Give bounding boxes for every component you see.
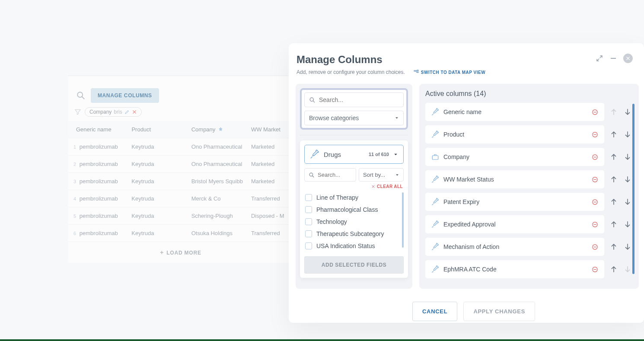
- cell-product: Keytruda: [131, 230, 191, 236]
- clear-all-link[interactable]: CLEAR ALL: [304, 184, 403, 189]
- cell-product: Keytruda: [131, 178, 191, 185]
- filter-icon[interactable]: [74, 108, 81, 115]
- sort-select[interactable]: Sort by...: [359, 168, 404, 182]
- checkbox[interactable]: [305, 230, 312, 237]
- table-row[interactable]: 6pembrolizumabKeytrudaOtsuka HoldingsTra…: [68, 225, 293, 242]
- search-icon: [309, 172, 315, 178]
- active-column-pill[interactable]: Company: [425, 148, 604, 166]
- table-row[interactable]: 1pembrolizumabKeytrudaOno Pharmaceutical…: [68, 138, 293, 156]
- move-up-button[interactable]: [609, 265, 618, 274]
- checkbox[interactable]: [305, 206, 312, 213]
- move-down-button[interactable]: [623, 198, 632, 206]
- col-header-company[interactable]: Company: [191, 126, 251, 133]
- move-up-button[interactable]: [609, 242, 618, 251]
- remove-column-icon[interactable]: [592, 154, 598, 160]
- move-up-button[interactable]: [609, 198, 618, 206]
- table-row[interactable]: 3pembrolizumabKeytrudaBristol Myers Squi…: [68, 173, 293, 190]
- field-option[interactable]: Line of Therapy: [304, 191, 400, 204]
- syringe-icon: [431, 265, 439, 273]
- chevron-down-icon: [395, 116, 399, 120]
- switch-view-link[interactable]: SWITCH TO DATA MAP VIEW: [414, 70, 485, 75]
- table-row[interactable]: 5pembrolizumabKeytrudaSchering-PloughDis…: [68, 207, 293, 225]
- checkbox[interactable]: [305, 242, 312, 249]
- modal-title: Manage Columns: [296, 54, 596, 66]
- table-row[interactable]: 4pembrolizumabKeytrudaMerck & CoTransfer…: [68, 190, 293, 207]
- cell-company: Ono Pharmaceutical: [191, 161, 251, 167]
- minimize-icon[interactable]: [609, 54, 617, 62]
- row-index: 5: [73, 214, 80, 219]
- manage-columns-modal: Manage Columns Add, remove or configure …: [289, 43, 644, 323]
- cancel-button[interactable]: CANCEL: [412, 302, 457, 321]
- field-search-input[interactable]: [319, 96, 399, 103]
- close-button[interactable]: [623, 54, 633, 63]
- add-selected-fields-button[interactable]: ADD SELECTED FIELDS: [304, 256, 404, 274]
- checkbox[interactable]: [305, 218, 312, 225]
- category-search-input[interactable]: [318, 172, 352, 178]
- move-up-button[interactable]: [609, 220, 618, 229]
- modal-subtitle: Add, remove or configure your column cho…: [296, 69, 405, 75]
- syringe-icon: [431, 175, 439, 183]
- load-more-button[interactable]: +LOAD MORE: [68, 242, 293, 263]
- active-column-row: EphMRA ATC Code: [425, 260, 632, 278]
- remove-column-icon[interactable]: [592, 109, 598, 115]
- table-row[interactable]: 2pembrolizumabKeytrudaOno Pharmaceutical…: [68, 156, 293, 173]
- active-column-pill[interactable]: Generic name: [425, 103, 604, 121]
- syringe-icon: [431, 108, 439, 116]
- move-down-button[interactable]: [623, 153, 632, 161]
- active-column-pill[interactable]: Patent Expiry: [425, 193, 604, 211]
- category-header[interactable]: Drugs 11 of 610: [304, 145, 404, 164]
- browse-categories-label: Browse categories: [309, 115, 359, 121]
- field-option[interactable]: Pharmacological Class: [304, 204, 400, 216]
- move-down-button[interactable]: [623, 130, 632, 139]
- filter-chip-value: bris: [114, 109, 122, 115]
- move-up-button[interactable]: [609, 153, 618, 161]
- cell-generic: pembrolizumab: [80, 143, 132, 150]
- search-icon: [309, 97, 316, 103]
- remove-column-icon[interactable]: [592, 199, 598, 205]
- search-icon[interactable]: [76, 91, 86, 100]
- syringe-icon: [310, 150, 319, 159]
- move-up-button[interactable]: [609, 130, 618, 139]
- active-column-pill[interactable]: Product: [425, 125, 604, 143]
- active-columns-title: Active columns (14): [425, 90, 634, 98]
- cell-company: Otsuka Holdings: [191, 230, 251, 236]
- remove-column-icon[interactable]: [592, 176, 598, 183]
- remove-column-icon[interactable]: [592, 244, 598, 250]
- row-index: 6: [73, 231, 80, 236]
- browse-categories-select[interactable]: Browse categories: [304, 111, 404, 125]
- checkbox[interactable]: [305, 194, 312, 201]
- cell-company: Bristol Myers Squibb: [191, 178, 251, 185]
- remove-column-icon[interactable]: [592, 131, 598, 138]
- cell-product: Keytruda: [131, 161, 191, 167]
- col-header-ww[interactable]: WW Market: [251, 126, 285, 133]
- syringe-icon: [431, 198, 439, 206]
- col-header-generic[interactable]: Generic name: [76, 126, 131, 133]
- active-column-pill[interactable]: WW Market Status: [425, 170, 604, 188]
- row-index: 3: [73, 179, 80, 184]
- remove-column-icon[interactable]: [592, 266, 598, 273]
- syringe-icon: [431, 131, 439, 138]
- field-option[interactable]: Technology: [304, 216, 400, 228]
- field-option[interactable]: USA Indication Status: [304, 240, 400, 252]
- category-search-box[interactable]: [304, 168, 356, 182]
- move-down-button[interactable]: [623, 242, 632, 251]
- filter-chip-company[interactable]: Company bris: [85, 107, 142, 117]
- move-down-button[interactable]: [623, 108, 632, 116]
- pin-icon[interactable]: [218, 127, 223, 132]
- move-down-button[interactable]: [623, 175, 632, 184]
- apply-changes-button[interactable]: APPLY CHANGES: [463, 302, 535, 321]
- chevron-down-icon: [393, 152, 398, 157]
- edit-icon[interactable]: [124, 109, 130, 115]
- field-search-box[interactable]: [304, 92, 404, 107]
- move-down-button[interactable]: [623, 220, 632, 229]
- remove-filter-icon[interactable]: [132, 109, 137, 115]
- active-column-pill[interactable]: Expedited Approval: [425, 215, 604, 233]
- move-up-button[interactable]: [609, 175, 618, 184]
- manage-columns-button[interactable]: MANAGE COLUMNS: [91, 88, 159, 103]
- active-column-pill[interactable]: Mechanism of Action: [425, 238, 604, 256]
- expand-icon[interactable]: [596, 54, 603, 62]
- field-option[interactable]: Therapeutic Subcategory: [304, 228, 400, 240]
- remove-column-icon[interactable]: [592, 221, 598, 228]
- col-header-product[interactable]: Product: [131, 126, 191, 133]
- active-column-pill[interactable]: EphMRA ATC Code: [425, 260, 604, 278]
